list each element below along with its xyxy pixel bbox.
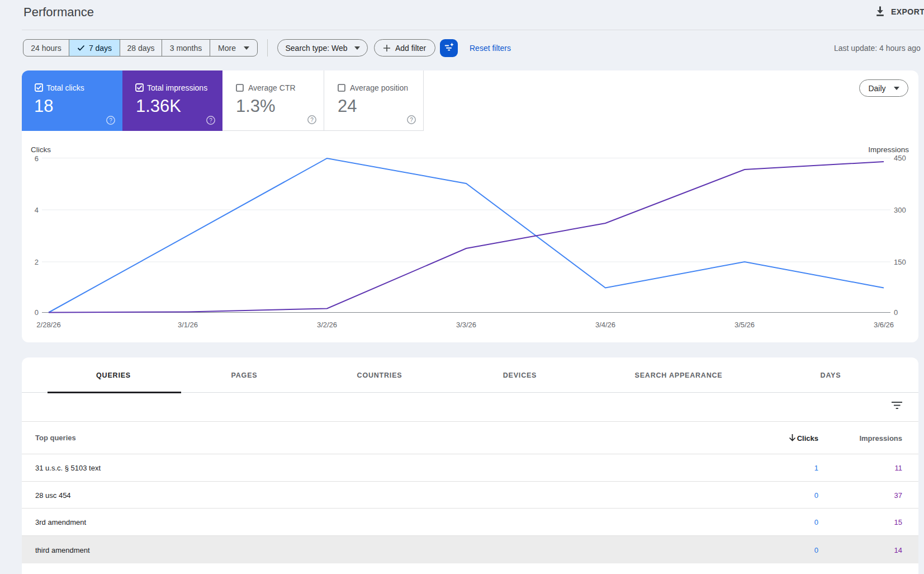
svg-text:3/1/26: 3/1/26	[178, 321, 198, 329]
svg-text:3/3/26: 3/3/26	[456, 321, 476, 329]
svg-text:2/28/26: 2/28/26	[36, 321, 60, 329]
svg-text:Impressions: Impressions	[868, 145, 909, 154]
svg-text:2: 2	[35, 258, 39, 266]
svg-text:3/6/26: 3/6/26	[874, 321, 894, 329]
svg-text:3/2/26: 3/2/26	[317, 321, 337, 329]
svg-text:300: 300	[894, 206, 906, 214]
svg-text:3/5/26: 3/5/26	[735, 321, 755, 329]
svg-text:4: 4	[35, 206, 39, 214]
svg-text:150: 150	[894, 258, 906, 266]
svg-text:0: 0	[35, 308, 39, 317]
svg-text:3/4/26: 3/4/26	[595, 321, 615, 329]
svg-text:450: 450	[894, 154, 906, 162]
svg-text:0: 0	[894, 308, 898, 317]
svg-text:Clicks: Clicks	[31, 145, 51, 154]
svg-text:6: 6	[35, 154, 39, 163]
